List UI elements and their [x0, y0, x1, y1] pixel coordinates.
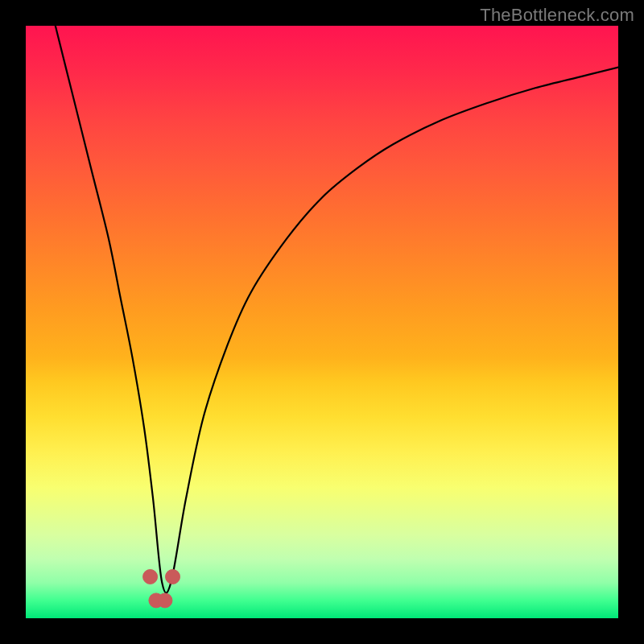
min-marker [166, 569, 180, 584]
chart-frame: TheBottleneck.com [0, 0, 644, 644]
plot-area [26, 26, 618, 618]
curve-svg [26, 26, 618, 618]
min-marker [158, 593, 172, 608]
min-marker [143, 569, 158, 584]
bottleneck-curve [56, 26, 618, 593]
watermark-text: TheBottleneck.com [480, 5, 634, 26]
